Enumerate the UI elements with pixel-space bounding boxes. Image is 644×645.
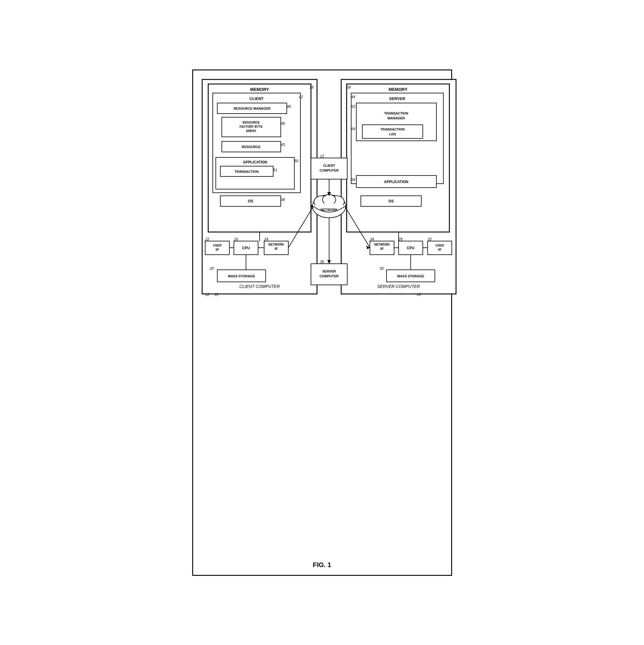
left-memory-label: MEMORY <box>250 87 269 92</box>
client-computer-bottom-label: CLIENT COMPUTER <box>239 284 280 289</box>
transaction-ref: 51 <box>273 168 277 172</box>
application-left-label: APPLICATION <box>243 160 267 164</box>
mass-storage-right-ref: 30 <box>379 266 384 271</box>
user-if-left-ref: 22 <box>205 237 209 241</box>
resource-factory-label-3: ARRAY <box>246 129 256 133</box>
network-if-left-label-1: NETWORK <box>268 243 284 246</box>
network-if-right-label-1: NETWORK <box>374 243 390 246</box>
os-right-label: OS <box>388 199 393 203</box>
right-memory-label: MEMORY <box>388 87 408 92</box>
user-if-right-label-2: I/F <box>438 248 442 251</box>
os-left-label: OS <box>248 199 253 203</box>
cpu-right-ref: 26 <box>398 237 403 241</box>
network-if-left-ref: 24 <box>264 237 268 241</box>
application-right-ref: 56 <box>351 178 355 182</box>
server-label: SERVER <box>389 96 405 101</box>
server-computer-node-label-2: COMPUTER <box>319 274 338 278</box>
client-ref: 42 <box>299 95 303 99</box>
server-ref: 44 <box>351 95 355 99</box>
network-if-right-label-2: I/F <box>380 247 384 250</box>
transaction-manager-label-1: TRANSACTION <box>384 112 408 115</box>
left-memory-ref: 18 <box>309 85 314 89</box>
application-right-label: APPLICATION <box>384 180 408 184</box>
mass-storage-right-label: MASS STORAGE <box>397 274 424 278</box>
transaction-log-label-2: LOG <box>389 132 396 136</box>
user-if-left-label-1: USER <box>213 244 222 247</box>
client-label: CLIENT <box>249 96 264 101</box>
user-if-right-ref: 32 <box>428 237 432 241</box>
right-memory-ref: 28 <box>346 85 351 89</box>
mass-storage-left-ref: 20 <box>209 266 214 271</box>
main-ref: 10 <box>214 292 218 297</box>
client-computer-node-label-1: CLIENT <box>323 164 335 167</box>
resource-manager-label: RESOURCE MANAGER <box>233 106 270 110</box>
network-to-server-arrow <box>327 260 331 264</box>
server-computer-ref: 14 <box>417 292 421 297</box>
resource-label: RESOURCE <box>241 145 260 149</box>
client-computer-ref: 12 <box>205 292 209 297</box>
resource-manager-ref: 46 <box>287 104 291 109</box>
transaction-log-box <box>362 125 423 138</box>
transaction-manager-ref: 52 <box>351 104 355 109</box>
transaction-log-ref: 54 <box>351 127 355 131</box>
cpu-left-ref: 16 <box>234 237 238 241</box>
server-computer-bottom-label: SERVER COMPUTER <box>377 284 420 289</box>
resource-ref: 43 <box>281 143 285 147</box>
server-computer-node-label-1: SERVER <box>322 269 336 273</box>
transaction-log-label-1: TRANSACTION <box>380 128 405 131</box>
resource-factory-ref: 48 <box>281 122 285 126</box>
svg-point-3 <box>322 195 336 205</box>
user-if-left-label-2: I/F <box>215 248 219 251</box>
mass-storage-left-label: MASS STORAGE <box>228 274 255 278</box>
application-left-ref: 50 <box>294 159 299 163</box>
user-if-right-label-1: USER <box>436 244 444 247</box>
network-if-right-ref: 34 <box>370 237 374 241</box>
cpu-left-label: CPU <box>242 246 250 250</box>
diagram-svg: MEMORY 18 CLIENT 42 RESOURCE MANAGER 46 … <box>199 76 459 318</box>
os-left-ref: 38 <box>281 198 285 202</box>
network-cloud: NETWORK <box>313 195 346 218</box>
resource-factory-label-1: RESOURCE <box>243 121 260 124</box>
client-computer-node-label-2: COMPUTER <box>319 169 338 172</box>
network-if-left-label-2: I/F <box>275 247 278 250</box>
transaction-label: TRANSACTION <box>234 170 259 173</box>
transaction-manager-label-2: MANAGER <box>387 116 405 120</box>
client-computer-node-ref: 12 <box>320 154 324 158</box>
server-computer-node-ref: 36 <box>320 260 324 264</box>
svg-text:NETWORK: NETWORK <box>320 208 338 211</box>
resource-factory-label-2: FACTORY BYTE <box>239 125 263 129</box>
cpu-right-label: CPU <box>407 246 414 250</box>
fig-label: FIG. 1 <box>199 561 445 569</box>
